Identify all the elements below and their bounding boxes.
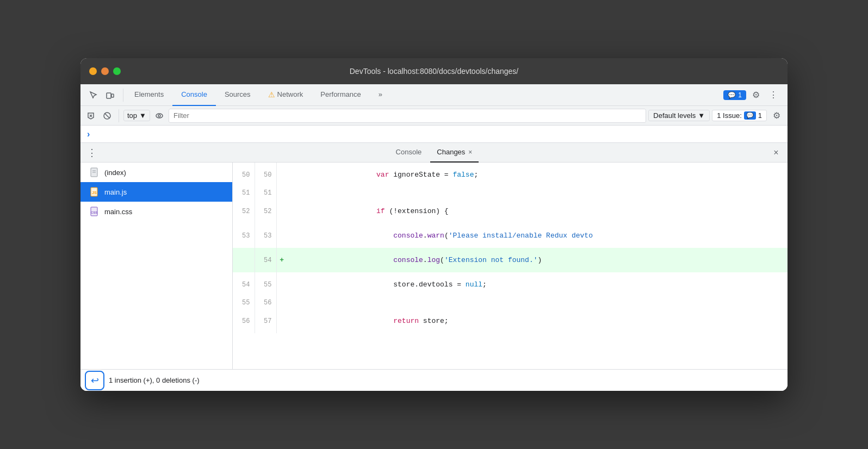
- svg-point-7: [156, 114, 163, 118]
- console-settings-button[interactable]: ⚙: [769, 108, 784, 123]
- file-item-index[interactable]: (index): [80, 163, 232, 182]
- table-row: 54 + console.log('Extension not found.'): [233, 248, 788, 272]
- code-table: 50 50 var ignoreState = false; 51 51: [233, 163, 788, 333]
- line-code: if (!extension) {: [287, 199, 788, 223]
- line-marker: +: [276, 248, 287, 272]
- line-code: store.devtools = null;: [287, 272, 788, 297]
- old-line-num: 55: [233, 297, 255, 309]
- line-marker: [276, 309, 287, 333]
- svg-text:CSS: CSS: [91, 211, 97, 214]
- svg-point-8: [158, 115, 160, 117]
- main-content: ⋮ Console Changes × × (index): [80, 143, 788, 391]
- table-row: 53 53 console.warn('Please install/enabl…: [233, 223, 788, 248]
- tab-more[interactable]: »: [370, 84, 391, 106]
- minimize-button[interactable]: [101, 67, 109, 75]
- more-options-button[interactable]: ⋮: [766, 88, 781, 103]
- line-marker: [276, 199, 287, 223]
- js-file-icon: JS: [89, 187, 99, 197]
- split-content: (index) JS main.js CSS main.css: [80, 163, 788, 369]
- line-code: [287, 297, 788, 309]
- levels-arrow-icon: ▼: [698, 111, 705, 120]
- line-code: return store;: [287, 309, 788, 333]
- old-line-num: 54: [233, 272, 255, 297]
- table-row: 50 50 var ignoreState = false;: [233, 163, 788, 187]
- line-marker: [276, 223, 287, 248]
- issue-icon: 💬: [744, 111, 756, 120]
- diff-footer: ↩ 1 insertion (+), 0 deletions (-): [80, 369, 788, 391]
- settings-button[interactable]: ⚙: [748, 88, 764, 103]
- svg-rect-0: [107, 93, 111, 98]
- traffic-lights: [89, 67, 121, 75]
- new-line-num: 51: [255, 187, 276, 199]
- panel-menu-icon[interactable]: ⋮: [85, 147, 99, 159]
- old-line-num: 53: [233, 223, 255, 248]
- svg-rect-1: [111, 94, 114, 97]
- revert-button[interactable]: ↩: [85, 371, 104, 390]
- panel-tab-console[interactable]: Console: [389, 143, 429, 163]
- tab-network[interactable]: ⚠ Network: [259, 84, 312, 106]
- html-file-icon: [89, 167, 99, 177]
- block-console-button[interactable]: [100, 109, 114, 123]
- filter-input[interactable]: [169, 109, 646, 123]
- tab-performance[interactable]: Performance: [312, 84, 369, 106]
- dropdown-arrow-icon: ▼: [139, 111, 146, 120]
- svg-line-6: [105, 113, 110, 118]
- toolbar-right: 💬 1 ⚙ ⋮: [723, 88, 785, 103]
- new-line-num: 50: [255, 163, 276, 187]
- table-row: 56 57 return store;: [233, 309, 788, 333]
- line-code: console.warn('Please install/enable Redu…: [287, 223, 788, 248]
- tab-console[interactable]: Console: [172, 84, 216, 106]
- console-toolbar-divider: [119, 109, 119, 122]
- message-icon: 💬: [728, 91, 736, 99]
- devtools-toolbar: Elements Console Sources ⚠ Network Perfo…: [80, 84, 788, 106]
- table-row: 52 52 if (!extension) {: [233, 199, 788, 223]
- panel-tab-changes[interactable]: Changes ×: [430, 143, 479, 163]
- title-bar: DevTools - localhost:8080/docs/devtools/…: [80, 58, 788, 84]
- tab-elements[interactable]: Elements: [126, 84, 172, 106]
- panel-tabs: ⋮ Console Changes × ×: [80, 143, 788, 163]
- issue-badge[interactable]: 1 Issue: 💬 1: [712, 110, 767, 121]
- context-selector[interactable]: top ▼: [123, 110, 150, 121]
- maximize-button[interactable]: [113, 67, 121, 75]
- table-row: 51 51: [233, 187, 788, 199]
- console-toolbar: top ▼ Default levels ▼ 1 Issue: 💬 1 ⚙: [80, 106, 788, 126]
- table-row: 55 56: [233, 297, 788, 309]
- device-toggle-button[interactable]: [102, 88, 117, 103]
- warning-icon: ⚠: [268, 90, 275, 99]
- close-button[interactable]: [89, 67, 97, 75]
- file-list: (index) JS main.js CSS main.css: [80, 163, 233, 369]
- line-marker: [276, 187, 287, 199]
- window-title: DevTools - localhost:8080/docs/devtools/…: [350, 67, 519, 76]
- clear-console-button[interactable]: [84, 109, 98, 123]
- console-prompt-row[interactable]: ›: [80, 126, 788, 143]
- file-item-maincss[interactable]: CSS main.css: [80, 202, 232, 221]
- inspect-button[interactable]: [86, 88, 101, 103]
- line-marker: [276, 163, 287, 187]
- svg-text:JS: JS: [92, 191, 97, 195]
- default-levels-dropdown[interactable]: Default levels ▼: [648, 110, 710, 121]
- close-changes-tab-button[interactable]: ×: [468, 148, 472, 156]
- message-badge[interactable]: 💬 1: [723, 90, 746, 100]
- code-view: 50 50 var ignoreState = false; 51 51: [233, 163, 788, 369]
- diff-stats: 1 insertion (+), 0 deletions (-): [109, 376, 200, 384]
- new-line-num: 52: [255, 199, 276, 223]
- chevron-right-icon: ›: [87, 129, 90, 139]
- toolbar-icons: [83, 88, 121, 103]
- main-tabs: Elements Console Sources ⚠ Network Perfo…: [126, 84, 391, 106]
- new-line-num: 56: [255, 297, 276, 309]
- file-item-mainjs[interactable]: JS main.js: [80, 182, 232, 202]
- line-code: [287, 187, 788, 199]
- old-line-num: 52: [233, 199, 255, 223]
- line-code: var ignoreState = false;: [287, 163, 788, 187]
- close-panel-button[interactable]: ×: [769, 146, 783, 160]
- line-marker: [276, 297, 287, 309]
- old-line-num: 50: [233, 163, 255, 187]
- line-code: console.log('Extension not found.'): [287, 248, 788, 272]
- more-tabs-icon: »: [379, 90, 382, 98]
- old-line-num: [233, 248, 255, 272]
- new-line-num: 57: [255, 309, 276, 333]
- old-line-num: 51: [233, 187, 255, 199]
- tab-sources[interactable]: Sources: [216, 84, 259, 106]
- devtools-window: DevTools - localhost:8080/docs/devtools/…: [80, 58, 788, 391]
- eye-button[interactable]: [152, 109, 166, 123]
